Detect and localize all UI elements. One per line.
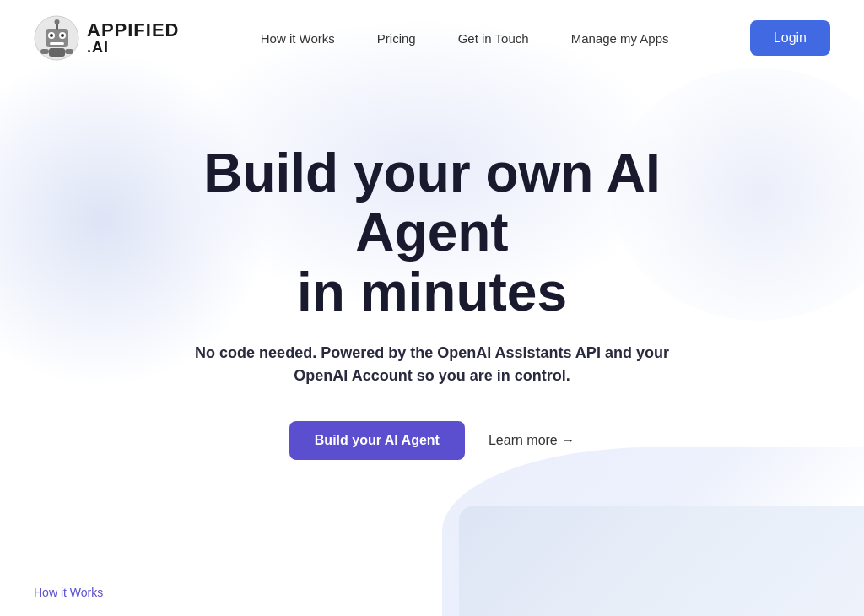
nav-manage-my-apps[interactable]: Manage my Apps — [571, 31, 669, 46]
build-agent-button[interactable]: Build your AI Agent — [289, 421, 465, 460]
logo-appified: APPIFIED — [87, 21, 179, 40]
hero-headline-line1: Build your own AI Agent — [203, 143, 661, 262]
nav-pricing[interactable]: Pricing — [377, 31, 416, 46]
header: APPIFIED .AI How it Works Pricing Get in… — [0, 0, 864, 76]
svg-rect-10 — [40, 49, 49, 54]
footer-panel — [459, 506, 864, 616]
svg-point-8 — [55, 19, 60, 24]
nav-how-it-works[interactable]: How it Works — [261, 31, 335, 46]
hero-buttons: Build your AI Agent Learn more → — [289, 421, 575, 460]
learn-more-button[interactable]: Learn more → — [489, 433, 575, 448]
logo-text: APPIFIED .AI — [87, 21, 179, 55]
footer-how-it-works-link[interactable]: How it Works — [0, 569, 137, 616]
login-button[interactable]: Login — [750, 20, 830, 56]
logo-icon — [34, 15, 80, 62]
hero-section: Build your own AI Agent in minutes No co… — [0, 76, 864, 460]
nav-get-in-touch[interactable]: Get in Touch — [458, 31, 529, 46]
svg-rect-9 — [49, 48, 65, 57]
hero-headline: Build your own AI Agent in minutes — [137, 143, 727, 322]
svg-point-4 — [50, 34, 53, 37]
svg-point-5 — [61, 34, 64, 37]
hero-headline-line2: in minutes — [297, 262, 567, 322]
svg-rect-11 — [65, 49, 73, 54]
svg-rect-6 — [50, 42, 64, 45]
footer-strip: How it Works — [0, 548, 864, 616]
logo[interactable]: APPIFIED .AI — [34, 15, 179, 62]
hero-subtitle: No code needed. Powered by the OpenAI As… — [179, 342, 685, 387]
main-nav: How it Works Pricing Get in Touch Manage… — [261, 31, 669, 46]
logo-ai: .AI — [87, 40, 179, 55]
